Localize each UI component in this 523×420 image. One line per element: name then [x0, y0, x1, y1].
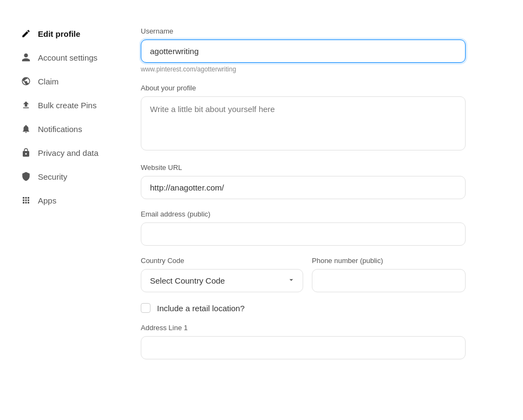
lock-icon	[21, 147, 31, 158]
phone-input[interactable]	[312, 269, 466, 292]
shield-icon	[21, 171, 31, 182]
country-code-wrapper: Select Country Code +1 (US) +44 (UK) +1 …	[141, 269, 303, 292]
sidebar-item-label-security: Security	[38, 172, 67, 181]
sidebar-item-label-account-settings: Account settings	[38, 53, 97, 62]
sidebar-item-edit-profile[interactable]: Edit profile	[4, 22, 126, 45]
phone-label: Phone number (public)	[312, 257, 466, 265]
email-label: Email address (public)	[141, 210, 466, 218]
grid-icon	[21, 195, 31, 206]
sidebar-item-label-claim: Claim	[38, 77, 58, 86]
username-hint: www.pinterest.com/agotterwriting	[141, 65, 466, 73]
sidebar-item-label-privacy-and-data: Privacy and data	[38, 148, 99, 158]
about-section: About your profile	[141, 84, 466, 153]
about-textarea[interactable]	[141, 96, 466, 150]
username-label: Username	[141, 27, 466, 35]
retail-location-label: Include a retail location?	[157, 304, 245, 313]
phone-column: Phone number (public)	[312, 257, 466, 292]
sidebar-item-account-settings[interactable]: Account settings	[4, 45, 126, 69]
sidebar-item-privacy-and-data[interactable]: Privacy and data	[4, 141, 126, 165]
main-content: Username www.pinterest.com/agotterwritin…	[130, 16, 498, 404]
sidebar: Edit profile Account settings Claim	[0, 16, 130, 404]
retail-location-row: Include a retail location?	[141, 303, 466, 313]
retail-location-checkbox[interactable]	[141, 303, 151, 313]
sidebar-item-label-notifications: Notifications	[38, 124, 82, 134]
address-input[interactable]	[141, 336, 466, 359]
bell-icon	[21, 123, 31, 134]
sidebar-item-label-bulk-create-pins: Bulk create Pins	[38, 101, 96, 110]
globe-icon	[21, 76, 31, 87]
website-label: Website URL	[141, 163, 466, 172]
email-section: Email address (public)	[141, 210, 466, 246]
sidebar-item-security[interactable]: Security	[4, 165, 126, 188]
country-code-column: Country Code Select Country Code +1 (US)…	[141, 257, 303, 292]
sidebar-item-claim[interactable]: Claim	[4, 69, 126, 93]
country-phone-row: Country Code Select Country Code +1 (US)…	[141, 257, 466, 292]
username-section: Username www.pinterest.com/agotterwritin…	[141, 27, 466, 73]
person-icon	[21, 52, 31, 63]
username-input[interactable]	[141, 40, 466, 63]
sidebar-item-notifications[interactable]: Notifications	[4, 117, 126, 141]
address-section: Address Line 1	[141, 324, 466, 359]
sidebar-item-apps[interactable]: Apps	[4, 188, 126, 212]
country-phone-section: Country Code Select Country Code +1 (US)…	[141, 257, 466, 292]
sidebar-item-bulk-create-pins[interactable]: Bulk create Pins	[4, 93, 126, 117]
country-code-select[interactable]: Select Country Code +1 (US) +44 (UK) +1 …	[141, 269, 303, 292]
email-input[interactable]	[141, 222, 466, 246]
address-label: Address Line 1	[141, 324, 466, 332]
country-code-label: Country Code	[141, 257, 303, 265]
about-label: About your profile	[141, 84, 466, 92]
sidebar-item-label-edit-profile: Edit profile	[38, 29, 80, 38]
website-section: Website URL	[141, 163, 466, 199]
arrow-icon	[21, 100, 31, 110]
sidebar-item-label-apps: Apps	[38, 196, 56, 205]
website-input[interactable]	[141, 176, 466, 199]
pencil-icon	[21, 28, 31, 39]
